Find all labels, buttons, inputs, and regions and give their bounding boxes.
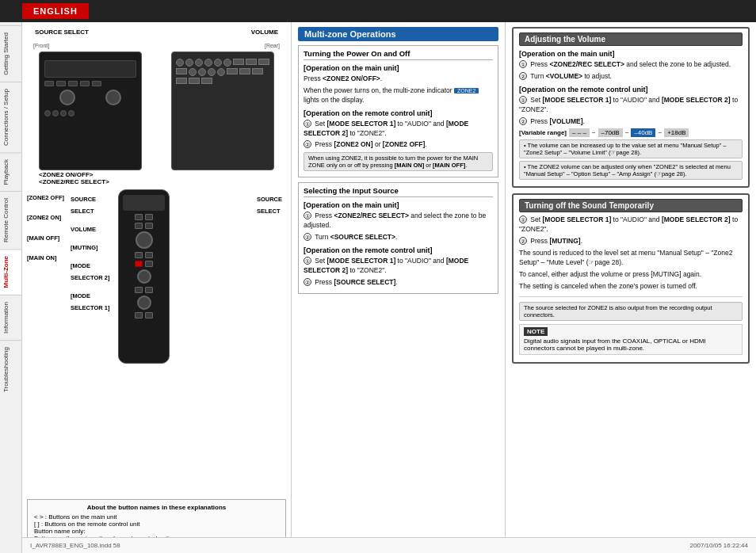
remote-control xyxy=(118,189,170,364)
english-label: ENGLISH xyxy=(22,3,89,19)
sidebar-item-connections[interactable]: Connections / Setup xyxy=(0,82,21,152)
input-main-step1: ① Press <ZONE2/REC SELECT> and select th… xyxy=(304,212,493,231)
remote-right-labels: [ZONE2 OFF] [ZONE2 ON] [MAIN OFF] [MAIN … xyxy=(27,193,64,262)
mute-note3: The setting is canceled when the zone's … xyxy=(519,282,743,292)
input-main-step2: ② Turn <SOURCE SELECT>. xyxy=(304,233,493,242)
volume-section-title: Adjusting the Volume xyxy=(519,32,743,46)
multizone-header: Multi-zone Operations xyxy=(298,27,498,41)
mode-sel2-label: [MODESELECTOR 2] xyxy=(71,260,109,284)
sidebar-item-remote-control[interactable]: Remote Control xyxy=(0,191,21,249)
zone2-off-label: [ZONE2 OFF] xyxy=(27,193,64,202)
mute-section-title: Turning off the Sound Temporarily xyxy=(519,199,743,212)
left-panel: SOURCE SELECT VOLUME [Front] [Rear] xyxy=(22,22,292,553)
power-section: Turning the Power On and Off [Operation … xyxy=(298,45,498,177)
filename-label: I_AVR788E3_ENG_108.indd 58 xyxy=(30,542,120,549)
mute-section: Turning off the Sound Temporarily ① Set … xyxy=(512,193,750,363)
vol-note1: • The volume can be increased up to the … xyxy=(519,139,743,158)
vol-main-unit-title: [Operation on the main unit] xyxy=(519,50,743,58)
power-main-detail: When the power turns on, the multi-zone … xyxy=(304,86,493,105)
sidebar-item-information[interactable]: Information xyxy=(0,295,21,340)
bottom-note-line3: Button name only: xyxy=(34,528,279,535)
power-note: When using ZONE2, it is possible to turn… xyxy=(304,152,493,171)
rear-device xyxy=(171,51,274,170)
power-main-unit-title: [Operation on the main unit] xyxy=(304,64,493,72)
left-remote-side-labels: SOURCESELECT VOLUME [MUTING] [MODESELECT… xyxy=(71,193,109,314)
input-remote-step1: ① Set [MODE SELECTOR 1] to "AUDIO" and [… xyxy=(304,257,493,276)
variable-range-label: [Variable range] xyxy=(519,129,567,136)
source-select-side-label: SOURCESELECT xyxy=(71,193,109,217)
vol-remote-step2: ② Press [VOLUME]. xyxy=(519,117,743,127)
range-val-1: – – – xyxy=(569,128,590,137)
power-remote-step1: ① Set [MODE SELECTOR 1] to "AUDIO" and [… xyxy=(304,120,493,139)
remote-display xyxy=(123,195,165,211)
sidebar-item-getting-started[interactable]: Getting Started xyxy=(0,25,21,82)
front-label: [Front] xyxy=(33,43,49,48)
front-buttons-row xyxy=(40,81,141,86)
note-box-text: Digital audio signals input from the COA… xyxy=(524,338,738,352)
zone2-on-label: [ZONE2 ON] xyxy=(27,213,64,222)
power-remote-title: [Operation on the remote control unit] xyxy=(304,109,493,117)
source-select-right-label: SOURCESELECT xyxy=(257,193,282,217)
zone2-on-off-label: <ZONE2 ON/OFF> <ZONE2/REC SELECT> xyxy=(39,171,109,185)
input-remote-title: [Operation on the remote control unit] xyxy=(304,246,493,254)
note-box-label: NOTE xyxy=(524,327,548,336)
device-labels-top: SOURCE SELECT VOLUME xyxy=(27,29,286,36)
vol-remote-title: [Operation on the remote control unit] xyxy=(519,86,743,93)
bottom-note-title: About the button names in these explanat… xyxy=(34,504,279,511)
main-on-label: [MAIN ON] xyxy=(27,254,64,262)
sidebar: Getting Started Connections / Setup Play… xyxy=(0,22,22,553)
multizone-column: Multi-zone Operations Turning the Power … xyxy=(292,22,506,553)
front-device xyxy=(39,51,142,170)
mute-step2: ② Press [MUTING]. xyxy=(519,237,743,246)
right-column: Adjusting the Volume [Operation on the m… xyxy=(506,22,756,553)
right-top-area: Multi-zone Operations Turning the Power … xyxy=(292,22,756,553)
right-panels: Multi-zone Operations Turning the Power … xyxy=(292,22,756,553)
vol-note2: • The ZONE2 volume can be adjusted only … xyxy=(519,161,743,180)
muting-label: [MUTING] xyxy=(71,242,109,254)
main-content: SOURCE SELECT VOLUME [Front] [Rear] xyxy=(22,22,756,553)
front-knobs xyxy=(40,86,141,109)
input-source-section: Selecting the Input Source [Operation on… xyxy=(298,182,498,293)
mute-step1: ① Set [MODE SELECTOR 1] to "AUDIO" and [… xyxy=(519,215,743,235)
input-main-unit-title: [Operation on the main unit] xyxy=(304,201,493,209)
mute-note1: The sound is reduced to the level set at… xyxy=(519,249,743,268)
range-val-2: –70dB xyxy=(598,128,623,137)
sidebar-item-troubleshooting[interactable]: Troubleshooting xyxy=(0,340,21,399)
input-section-title: Selecting the Input Source xyxy=(304,186,493,197)
mute-note2: To cancel, either adjust the volume or p… xyxy=(519,270,743,280)
power-main-text: Press <ZONE2 ON/OFF>. xyxy=(304,74,493,84)
source-select-label: SOURCE SELECT xyxy=(35,29,89,36)
bottom-note-line2: [ ] : Buttons on the remote control unit xyxy=(34,521,279,528)
mute-bottom-note: The source selected for ZONE2 is also ou… xyxy=(519,302,743,321)
vol-main-step2: ② Turn <VOLUME> to adjust. xyxy=(519,72,743,82)
vol-remote-step1: ① Set [MODE SELECTOR 1] to "AUDIO" and [… xyxy=(519,96,743,115)
main-off-label: [MAIN OFF] xyxy=(27,234,64,242)
power-section-title: Turning the Power On and Off xyxy=(304,49,493,60)
range-val-highlight: –40dB xyxy=(631,128,655,137)
note-box: NOTE Digital audio signals input from th… xyxy=(519,324,743,355)
bottom-note-line1: < > : Buttons on the main unit xyxy=(34,513,279,521)
range-val-4: +18dB xyxy=(664,128,689,137)
sidebar-item-multi-zone[interactable]: Multi-Zone xyxy=(0,249,21,294)
vol-main-step1: ① Press <ZONE2/REC SELECT> and select th… xyxy=(519,60,743,70)
rear-label: [Rear] xyxy=(265,43,280,48)
sidebar-item-playback[interactable]: Playback xyxy=(0,152,21,191)
front-small-buttons xyxy=(40,109,141,118)
top-bar: ENGLISH xyxy=(0,0,756,22)
volume-label-top: VOLUME xyxy=(251,29,278,36)
bottom-bar: I_AVR788E3_ENG_108.indd 58 2007/10/05 16… xyxy=(22,537,756,553)
front-display xyxy=(44,60,136,78)
variable-range: [Variable range] – – – ~ –70dB ~ –40dB ~… xyxy=(519,128,743,137)
mode-sel1-label: [MODESELECTOR 1] xyxy=(71,290,109,314)
remote-section: [ZONE2 OFF] [ZONE2 ON] [MAIN OFF] [MAIN … xyxy=(27,189,286,372)
power-remote-step2: ② Press [ZONE2 ON] or [ZONE2 OFF]. xyxy=(304,140,493,150)
rear-connectors xyxy=(172,52,273,90)
volume-section: Adjusting the Volume [Operation on the m… xyxy=(512,27,750,188)
date-label: 2007/10/05 16:22:44 xyxy=(690,542,748,549)
input-remote-step2: ② Press [SOURCE SELECT]. xyxy=(304,278,493,288)
mute-divider xyxy=(519,296,743,297)
volume-side-label: VOLUME xyxy=(71,223,109,235)
